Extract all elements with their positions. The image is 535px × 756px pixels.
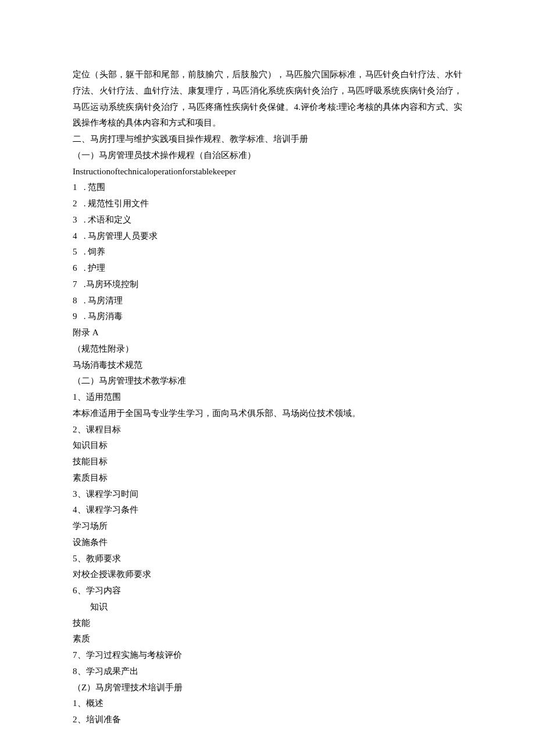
text-line: 对校企授课教师要求 [73,567,462,583]
intro-paragraph: 定位（头部，躯干部和尾部，前肢腧穴，后肢脸穴），马匹脸穴国际标准，马匹针灸白针疗… [73,67,462,131]
document-content: 定位（头部，躯干部和尾部，前肢腧穴，后肢脸穴），马匹脸穴国际标准，马匹针灸白针疗… [73,67,462,728]
subsection-2-title: （二）马房管理技术教学标准 [73,373,462,389]
appendix-a-heading: 附录 A [73,325,462,341]
text-line-indented: 知识 [73,599,462,615]
list-item: 6 . 护理 [73,260,462,277]
list-item: 5 . 饲养 [73,244,462,260]
subsection-1-title: （一）马房管理员技术操作规程（自治区标准） [73,148,462,164]
text-line: 1、概述 [73,696,462,712]
text-line: 5、教师要求 [73,551,462,567]
appendix-a-note: （规范性附录） [73,341,462,357]
text-line: 3、课程学习时间 [73,486,462,503]
list-1: 1 . 范围 2 . 规范性引用文件 3 . 术语和定义 4 . 马房管理人员要… [73,180,462,325]
list-item: 9 . 马房消毒 [73,309,462,325]
list-item: 8 . 马房清理 [73,293,462,309]
text-line: 6、学习内容 [73,583,462,599]
subsection-1-english: Instructionoftechnicaloperationforstable… [73,164,462,180]
text-line: 技能目标 [73,454,462,470]
appendix-a-content: 马场消毒技术规范 [73,357,462,374]
text-line: 4、课程学习条件 [73,502,462,518]
subsection-3-title: （Z）马房管理技术培训手册 [73,680,462,696]
text-line: 素质目标 [73,470,462,486]
text-line: 素质 [73,631,462,647]
list-item: 7 .马房环境控制 [73,277,462,293]
text-line: 8、学习成果产出 [73,664,462,680]
heading-section-2: 二、马房打理与维护实践项目操作规程、教学标准、培训手册 [73,131,462,148]
list-item: 1 . 范围 [73,180,462,196]
list-item: 3 . 术语和定义 [73,212,462,228]
text-line: 设施条件 [73,535,462,551]
text-line: 2、课程目标 [73,422,462,438]
text-line: 7、学习过程实施与考核评价 [73,647,462,664]
text-line: 学习场所 [73,518,462,535]
text-line: 知识目标 [73,438,462,454]
list-item: 2 . 规范性引用文件 [73,196,462,212]
text-line: 2、培训准备 [73,712,462,728]
text-line: 1、适用范围 [73,389,462,406]
text-line: 本标准适用于全国马专业学生学习，面向马术俱乐部、马场岗位技术领域。 [73,406,462,422]
list-item: 4 . 马房管理人员要求 [73,228,462,245]
text-line: 技能 [73,615,462,632]
